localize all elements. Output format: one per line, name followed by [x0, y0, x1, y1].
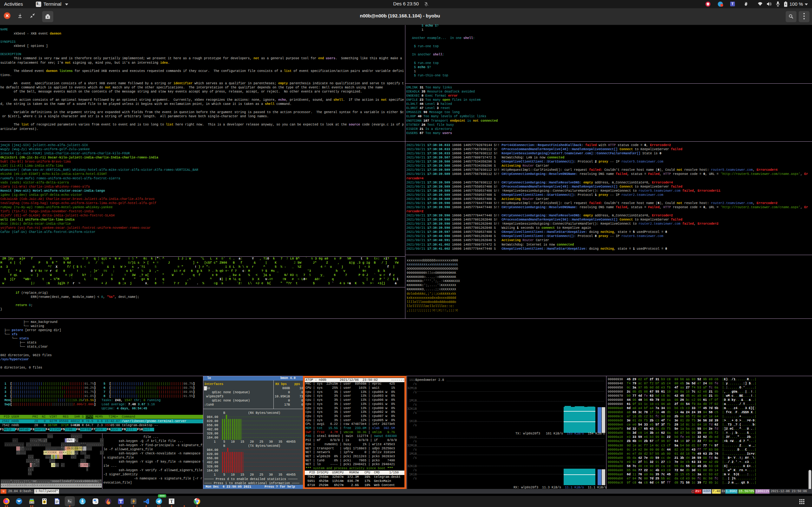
svg-text:T: T [170, 499, 173, 504]
